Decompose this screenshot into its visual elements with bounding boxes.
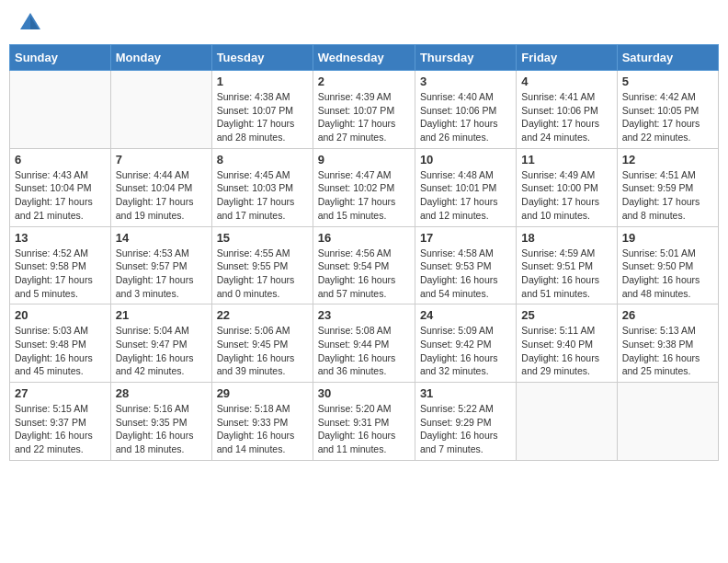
calendar-week-2: 6 Sunrise: 4:43 AMSunset: 10:04 PMDaylig… xyxy=(10,148,719,226)
day-number: 28 xyxy=(116,386,207,400)
day-info: Sunrise: 5:22 AMSunset: 9:29 PMDaylight:… xyxy=(420,402,511,456)
weekday-header-thursday: Thursday xyxy=(415,45,516,71)
calendar-cell: 15 Sunrise: 4:55 AMSunset: 9:55 PMDaylig… xyxy=(211,226,313,304)
calendar-cell: 13 Sunrise: 4:52 AMSunset: 9:58 PMDaylig… xyxy=(10,226,111,304)
day-number: 7 xyxy=(116,153,207,167)
day-number: 1 xyxy=(217,75,308,88)
day-number: 25 xyxy=(521,308,611,322)
calendar-table: SundayMondayTuesdayWednesdayThursdayFrid… xyxy=(9,44,719,461)
day-info: Sunrise: 5:06 AMSunset: 9:45 PMDaylight:… xyxy=(217,324,308,378)
day-info: Sunrise: 4:42 AMSunset: 10:05 PMDaylight… xyxy=(622,90,713,144)
calendar-cell xyxy=(517,383,617,461)
calendar-week-5: 27 Sunrise: 5:15 AMSunset: 9:37 PMDaylig… xyxy=(10,383,719,461)
day-info: Sunrise: 4:58 AMSunset: 9:53 PMDaylight:… xyxy=(420,247,511,301)
day-info: Sunrise: 4:43 AMSunset: 10:04 PMDaylight… xyxy=(15,168,106,223)
calendar-cell: 20 Sunrise: 5:03 AMSunset: 9:48 PMDaylig… xyxy=(10,304,111,383)
day-info: Sunrise: 5:13 AMSunset: 9:38 PMDaylight:… xyxy=(622,324,713,378)
day-number: 21 xyxy=(116,308,207,322)
calendar-cell xyxy=(617,383,718,461)
calendar-cell: 6 Sunrise: 4:43 AMSunset: 10:04 PMDaylig… xyxy=(10,148,111,226)
day-info: Sunrise: 5:11 AMSunset: 9:40 PMDaylight:… xyxy=(521,324,611,378)
day-info: Sunrise: 5:15 AMSunset: 9:37 PMDaylight:… xyxy=(15,402,106,456)
weekday-header-wednesday: Wednesday xyxy=(313,45,415,71)
day-number: 10 xyxy=(420,153,511,167)
day-number: 9 xyxy=(318,153,410,167)
calendar-week-4: 20 Sunrise: 5:03 AMSunset: 9:48 PMDaylig… xyxy=(10,304,719,383)
day-number: 6 xyxy=(15,153,106,167)
calendar-cell: 7 Sunrise: 4:44 AMSunset: 10:04 PMDaylig… xyxy=(110,148,211,226)
day-info: Sunrise: 4:40 AMSunset: 10:06 PMDaylight… xyxy=(420,90,511,144)
day-number: 14 xyxy=(116,231,207,245)
day-info: Sunrise: 4:39 AMSunset: 10:07 PMDaylight… xyxy=(318,90,410,144)
day-number: 3 xyxy=(420,75,511,88)
calendar-cell: 28 Sunrise: 5:16 AMSunset: 9:35 PMDaylig… xyxy=(110,383,211,461)
day-info: Sunrise: 5:01 AMSunset: 9:50 PMDaylight:… xyxy=(622,247,713,301)
calendar-cell xyxy=(110,71,211,149)
day-info: Sunrise: 4:47 AMSunset: 10:02 PMDaylight… xyxy=(318,168,410,223)
day-info: Sunrise: 4:48 AMSunset: 10:01 PMDaylight… xyxy=(420,168,511,223)
calendar-cell: 12 Sunrise: 4:51 AMSunset: 9:59 PMDaylig… xyxy=(617,148,718,226)
calendar-cell: 10 Sunrise: 4:48 AMSunset: 10:01 PMDayli… xyxy=(415,148,516,226)
calendar-cell: 24 Sunrise: 5:09 AMSunset: 9:42 PMDaylig… xyxy=(415,304,516,383)
day-info: Sunrise: 4:52 AMSunset: 9:58 PMDaylight:… xyxy=(15,247,106,301)
day-info: Sunrise: 4:56 AMSunset: 9:54 PMDaylight:… xyxy=(318,247,410,301)
day-number: 11 xyxy=(521,153,611,167)
day-number: 2 xyxy=(318,75,410,88)
calendar-cell xyxy=(10,71,111,149)
day-info: Sunrise: 5:20 AMSunset: 9:31 PMDaylight:… xyxy=(318,402,410,456)
day-number: 18 xyxy=(521,231,611,245)
day-number: 17 xyxy=(420,231,511,245)
calendar-week-3: 13 Sunrise: 4:52 AMSunset: 9:58 PMDaylig… xyxy=(10,226,719,304)
weekday-header-saturday: Saturday xyxy=(617,45,718,71)
calendar-cell: 11 Sunrise: 4:49 AMSunset: 10:00 PMDayli… xyxy=(517,148,617,226)
day-number: 22 xyxy=(217,308,308,322)
day-number: 12 xyxy=(622,153,713,167)
calendar-cell: 4 Sunrise: 4:41 AMSunset: 10:06 PMDaylig… xyxy=(517,71,617,149)
calendar-cell: 22 Sunrise: 5:06 AMSunset: 9:45 PMDaylig… xyxy=(211,304,313,383)
day-number: 15 xyxy=(217,231,308,245)
day-info: Sunrise: 4:59 AMSunset: 9:51 PMDaylight:… xyxy=(521,247,611,301)
calendar-cell: 16 Sunrise: 4:56 AMSunset: 9:54 PMDaylig… xyxy=(313,226,415,304)
page-header xyxy=(9,9,719,37)
calendar-cell: 14 Sunrise: 4:53 AMSunset: 9:57 PMDaylig… xyxy=(110,226,211,304)
weekday-header-monday: Monday xyxy=(110,45,211,71)
logo-icon xyxy=(17,9,44,37)
calendar-cell: 5 Sunrise: 4:42 AMSunset: 10:05 PMDaylig… xyxy=(617,71,718,149)
day-info: Sunrise: 5:16 AMSunset: 9:35 PMDaylight:… xyxy=(116,402,207,456)
day-info: Sunrise: 4:49 AMSunset: 10:00 PMDaylight… xyxy=(521,168,611,223)
day-number: 13 xyxy=(15,231,106,245)
day-info: Sunrise: 4:51 AMSunset: 9:59 PMDaylight:… xyxy=(622,168,713,223)
day-number: 4 xyxy=(521,75,611,88)
calendar-cell: 31 Sunrise: 5:22 AMSunset: 9:29 PMDaylig… xyxy=(415,383,516,461)
day-info: Sunrise: 5:08 AMSunset: 9:44 PMDaylight:… xyxy=(318,324,410,378)
calendar-cell: 30 Sunrise: 5:20 AMSunset: 9:31 PMDaylig… xyxy=(313,383,415,461)
day-number: 23 xyxy=(318,308,410,322)
calendar-cell: 26 Sunrise: 5:13 AMSunset: 9:38 PMDaylig… xyxy=(617,304,718,383)
calendar-cell: 19 Sunrise: 5:01 AMSunset: 9:50 PMDaylig… xyxy=(617,226,718,304)
day-info: Sunrise: 4:53 AMSunset: 9:57 PMDaylight:… xyxy=(116,247,207,301)
logo xyxy=(13,9,44,37)
day-number: 31 xyxy=(420,386,511,400)
weekday-header-friday: Friday xyxy=(517,45,617,71)
day-number: 8 xyxy=(217,153,308,167)
calendar-cell: 27 Sunrise: 5:15 AMSunset: 9:37 PMDaylig… xyxy=(10,383,111,461)
day-info: Sunrise: 4:44 AMSunset: 10:04 PMDaylight… xyxy=(116,168,207,223)
day-number: 27 xyxy=(15,386,106,400)
day-number: 24 xyxy=(420,308,511,322)
calendar-cell: 23 Sunrise: 5:08 AMSunset: 9:44 PMDaylig… xyxy=(313,304,415,383)
day-number: 29 xyxy=(217,386,308,400)
calendar-cell: 21 Sunrise: 5:04 AMSunset: 9:47 PMDaylig… xyxy=(110,304,211,383)
weekday-header-tuesday: Tuesday xyxy=(211,45,313,71)
day-number: 5 xyxy=(622,75,713,88)
day-number: 30 xyxy=(318,386,410,400)
weekday-header-sunday: Sunday xyxy=(10,45,111,71)
calendar-cell: 8 Sunrise: 4:45 AMSunset: 10:03 PMDaylig… xyxy=(211,148,313,226)
day-info: Sunrise: 5:03 AMSunset: 9:48 PMDaylight:… xyxy=(15,324,106,378)
day-info: Sunrise: 4:38 AMSunset: 10:07 PMDaylight… xyxy=(217,90,308,144)
day-number: 26 xyxy=(622,308,713,322)
calendar-cell: 18 Sunrise: 4:59 AMSunset: 9:51 PMDaylig… xyxy=(517,226,617,304)
day-info: Sunrise: 5:04 AMSunset: 9:47 PMDaylight:… xyxy=(116,324,207,378)
calendar-week-1: 1 Sunrise: 4:38 AMSunset: 10:07 PMDaylig… xyxy=(10,71,719,149)
day-info: Sunrise: 4:45 AMSunset: 10:03 PMDaylight… xyxy=(217,168,308,223)
calendar-cell: 29 Sunrise: 5:18 AMSunset: 9:33 PMDaylig… xyxy=(211,383,313,461)
